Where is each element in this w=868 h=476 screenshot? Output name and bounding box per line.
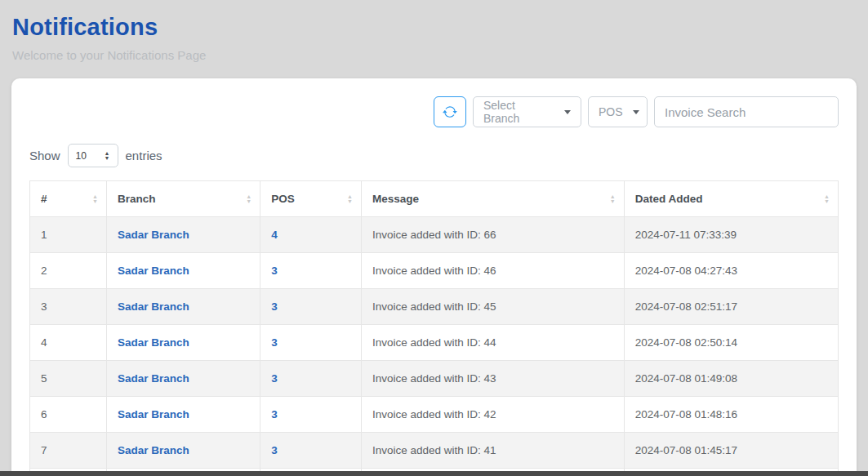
header-index[interactable]: # ▲▼ [30, 181, 107, 217]
row-index-cell: 1 [30, 217, 107, 253]
date-cell: 2024-07-08 01:48:16 [624, 397, 838, 433]
toolbar: Select Branch POS [29, 96, 839, 127]
date-cell: 2024-07-08 01:49:08 [624, 361, 838, 397]
row-index-cell: 3 [30, 289, 107, 325]
row-index-cell: 7 [30, 433, 107, 469]
chevron-down-icon [564, 110, 571, 114]
table-row: 7 Sadar Branch 3 Invoice added with ID: … [30, 433, 839, 469]
pos-select[interactable]: POS [588, 96, 648, 127]
header-branch[interactable]: Branch ▲▼ [107, 181, 260, 217]
pos-select-value: POS [599, 105, 623, 118]
pos-cell: 3 [260, 253, 362, 289]
header-dated-added[interactable]: Dated Added ▲▼ [624, 181, 838, 217]
pos-link[interactable]: 4 [271, 229, 278, 241]
table-row: 2 Sadar Branch 3 Invoice added with ID: … [30, 253, 839, 289]
date-cell: 2024-07-08 02:50:14 [624, 325, 838, 361]
sort-icon: ▲▼ [92, 194, 98, 204]
pos-link[interactable]: 3 [271, 265, 278, 277]
table-body: 1 Sadar Branch 4 Invoice added with ID: … [30, 217, 839, 469]
notifications-card: Select Branch POS Show 10 ▲▼ entries # ▲… [11, 78, 857, 476]
page-header: Notifications Welcome to your Notificati… [0, 0, 868, 62]
row-index-cell: 2 [30, 253, 107, 289]
message-cell: Invoice added with ID: 66 [361, 217, 624, 253]
chevron-down-icon [633, 110, 639, 114]
number-stepper-icon: ▲▼ [105, 151, 110, 161]
branch-select-value: Select Branch [483, 99, 554, 125]
branch-cell: Sadar Branch [107, 397, 260, 433]
pos-link[interactable]: 3 [271, 372, 278, 385]
message-cell: Invoice added with ID: 44 [361, 325, 624, 361]
branch-link[interactable]: Sadar Branch [118, 336, 189, 349]
table-row: 4 Sadar Branch 3 Invoice added with ID: … [30, 325, 839, 361]
branch-cell: Sadar Branch [107, 361, 260, 397]
message-cell: Invoice added with ID: 43 [361, 361, 624, 397]
row-index-cell: 6 [30, 397, 107, 433]
date-cell: 2024-07-08 01:45:17 [624, 433, 838, 469]
refresh-button[interactable] [434, 96, 466, 127]
message-cell: Invoice added with ID: 45 [361, 289, 624, 325]
pos-link[interactable]: 3 [271, 444, 278, 456]
date-cell: 2024-07-08 02:51:17 [624, 289, 838, 325]
row-index-cell: 4 [30, 325, 107, 361]
table-row: 5 Sadar Branch 3 Invoice added with ID: … [30, 361, 839, 397]
branch-link[interactable]: Sadar Branch [118, 372, 189, 385]
show-label: Show [29, 149, 60, 162]
length-control: Show 10 ▲▼ entries [29, 144, 839, 167]
table-row: 1 Sadar Branch 4 Invoice added with ID: … [30, 217, 839, 253]
branch-cell: Sadar Branch [107, 289, 260, 325]
message-cell: Invoice added with ID: 41 [361, 433, 624, 469]
pos-cell: 3 [260, 289, 362, 325]
invoice-search-input[interactable] [654, 96, 839, 127]
pos-cell: 3 [260, 361, 362, 397]
page-subtitle: Welcome to your Notifications Page [12, 48, 868, 62]
pos-link[interactable]: 3 [271, 336, 278, 349]
pos-cell: 3 [260, 325, 362, 361]
pos-cell: 3 [260, 433, 362, 469]
sort-icon: ▲▼ [610, 194, 616, 204]
refresh-icon [443, 105, 457, 119]
branch-cell: Sadar Branch [107, 433, 260, 469]
pos-link[interactable]: 3 [271, 408, 278, 420]
table-row: 6 Sadar Branch 3 Invoice added with ID: … [30, 397, 839, 433]
branch-link[interactable]: Sadar Branch [118, 444, 189, 456]
table-row: 3 Sadar Branch 3 Invoice added with ID: … [30, 289, 839, 325]
branch-cell: Sadar Branch [107, 325, 260, 361]
message-cell: Invoice added with ID: 42 [361, 397, 624, 433]
header-message[interactable]: Message ▲▼ [361, 181, 624, 217]
header-pos[interactable]: POS ▲▼ [260, 181, 362, 217]
branch-select[interactable]: Select Branch [473, 96, 581, 127]
sort-icon: ▲▼ [824, 194, 830, 204]
table-header-row: # ▲▼ Branch ▲▼ POS ▲▼ Message ▲▼ Dated A… [30, 181, 839, 217]
date-cell: 2024-07-08 04:27:43 [624, 253, 838, 289]
page-length-select[interactable]: 10 ▲▼ [68, 144, 118, 167]
branch-link[interactable]: Sadar Branch [118, 265, 189, 277]
branch-cell: Sadar Branch [107, 217, 260, 253]
pos-cell: 3 [260, 397, 362, 433]
row-index-cell: 5 [30, 361, 107, 397]
entries-label: entries [126, 149, 162, 162]
pos-cell: 4 [260, 217, 362, 253]
date-cell: 2024-07-11 07:33:39 [624, 217, 838, 253]
table-head: # ▲▼ Branch ▲▼ POS ▲▼ Message ▲▼ Dated A… [30, 181, 839, 217]
page-title: Notifications [12, 14, 868, 41]
page-length-value: 10 [76, 150, 87, 162]
sort-icon: ▲▼ [246, 194, 251, 204]
notifications-table: # ▲▼ Branch ▲▼ POS ▲▼ Message ▲▼ Dated A… [29, 180, 839, 476]
branch-cell: Sadar Branch [107, 253, 260, 289]
message-cell: Invoice added with ID: 46 [361, 253, 624, 289]
sort-icon: ▲▼ [347, 194, 353, 204]
branch-link[interactable]: Sadar Branch [118, 408, 189, 420]
branch-link[interactable]: Sadar Branch [118, 229, 189, 241]
pos-link[interactable]: 3 [271, 300, 278, 313]
branch-link[interactable]: Sadar Branch [118, 300, 189, 313]
bottom-edge-bar [0, 471, 868, 476]
